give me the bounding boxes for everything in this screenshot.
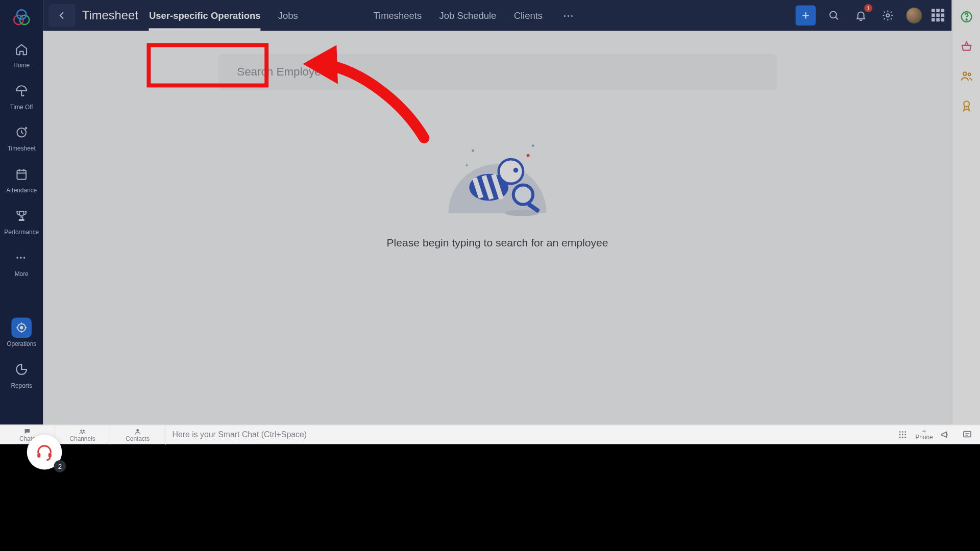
svg-point-10 xyxy=(966,19,967,20)
svg-point-35 xyxy=(904,434,906,435)
award-icon xyxy=(960,99,973,112)
svg-point-39 xyxy=(923,431,925,432)
svg-point-8 xyxy=(886,14,889,17)
contacts-icon xyxy=(133,428,142,435)
dialpad-button[interactable] xyxy=(897,429,909,441)
rail-label: Performance xyxy=(4,229,39,235)
add-button[interactable] xyxy=(796,6,816,26)
rail-label: Reports xyxy=(11,382,32,389)
chat-tab-label: Contacts xyxy=(126,435,150,442)
svg-point-13 xyxy=(963,101,969,107)
apps-launcher-button[interactable] xyxy=(932,9,945,22)
back-button[interactable] xyxy=(48,4,76,27)
badge-button[interactable] xyxy=(959,98,973,113)
svg-point-14 xyxy=(505,210,539,216)
svg-point-25 xyxy=(526,154,529,157)
rail-label: Time Off xyxy=(10,104,33,110)
tab-timesheets[interactable]: Timesheets xyxy=(373,0,422,31)
tab-jobs[interactable]: Jobs xyxy=(278,0,298,31)
message-square-icon xyxy=(962,429,972,440)
tab-job-schedule[interactable]: Job Schedule xyxy=(439,0,496,31)
people-icon xyxy=(960,69,973,83)
svg-point-12 xyxy=(968,73,970,76)
settings-button[interactable] xyxy=(879,7,896,24)
svg-point-30 xyxy=(899,431,901,433)
rail-item-reports[interactable]: Reports xyxy=(0,354,43,396)
announce-button[interactable] xyxy=(940,429,952,441)
svg-point-6 xyxy=(20,327,22,329)
headset-icon xyxy=(35,443,54,462)
floating-help-count-badge: 2 xyxy=(54,460,66,472)
operations-icon xyxy=(15,321,28,334)
tab-label: Clients xyxy=(514,10,543,21)
svg-rect-42 xyxy=(48,453,52,458)
svg-rect-41 xyxy=(37,453,40,458)
home-icon xyxy=(15,42,28,56)
svg-point-19 xyxy=(499,159,523,184)
inbox-button[interactable] xyxy=(961,429,973,441)
chat-icon xyxy=(23,428,32,435)
chat-tab-contacts[interactable]: Contacts xyxy=(110,425,165,444)
people-button[interactable] xyxy=(959,69,973,84)
svg-point-27 xyxy=(80,430,82,432)
empty-state-illustration xyxy=(430,120,565,221)
clock-plus-icon xyxy=(15,126,28,139)
chat-tab-label: Channels xyxy=(69,435,95,442)
bell-icon xyxy=(855,9,867,21)
rail-item-timeoff[interactable]: Time Off xyxy=(0,76,43,117)
svg-point-33 xyxy=(899,434,901,435)
right-utility-panel xyxy=(952,0,980,424)
umbrella-icon xyxy=(15,84,28,97)
svg-point-37 xyxy=(902,437,903,438)
employee-search-input[interactable] xyxy=(237,65,758,79)
top-tabs: User-specific Operations Jobs Timesheets… xyxy=(149,0,576,31)
help-circle-icon xyxy=(960,10,973,23)
rail-item-timesheet[interactable]: Timesheet xyxy=(0,117,43,159)
search-button[interactable] xyxy=(825,7,843,24)
top-right-actions: 1 xyxy=(796,6,952,26)
svg-point-34 xyxy=(902,434,903,435)
user-avatar[interactable] xyxy=(906,8,922,24)
svg-point-23 xyxy=(472,149,474,152)
rail-label: Timesheet xyxy=(8,145,36,152)
main-content: Please begin typing to search for an emp… xyxy=(43,31,951,424)
svg-point-29 xyxy=(136,429,139,431)
help-button[interactable] xyxy=(959,9,973,24)
rail-item-operations[interactable]: Operations xyxy=(0,312,43,354)
tab-label: User-specific Operations xyxy=(149,10,261,21)
notifications-button[interactable]: 1 xyxy=(852,7,869,24)
pie-chart-icon xyxy=(15,363,28,376)
rail-label: Operations xyxy=(7,340,36,347)
phone-label: Phone xyxy=(915,434,933,441)
rail-item-home[interactable]: Home xyxy=(0,34,43,76)
basket-button[interactable] xyxy=(959,39,973,54)
rail-label: Attendance xyxy=(6,187,37,194)
chat-bar-right: Phone xyxy=(897,429,980,441)
basket-icon xyxy=(960,40,973,53)
svg-point-21 xyxy=(513,185,533,204)
calendar-icon xyxy=(15,167,28,181)
empty-state-hint: Please begin typing to search for an emp… xyxy=(43,237,951,249)
smart-chat-placeholder[interactable]: Here is your Smart Chat (Ctrl+Space) xyxy=(165,430,896,439)
dialpad-icon xyxy=(897,429,908,440)
chat-bar: Chats Channels Contacts Here is your Sma… xyxy=(0,424,980,444)
gear-small-icon xyxy=(920,429,928,434)
left-nav-rail: Home Time Off Timesheet Attendance Perfo… xyxy=(0,0,43,424)
phone-button[interactable]: Phone xyxy=(918,429,930,441)
tabs-overflow-button[interactable]: ⋯ xyxy=(560,0,576,31)
chat-tab-channels[interactable]: Channels xyxy=(55,425,110,444)
employee-search-wrap xyxy=(218,54,777,90)
top-bar: Timesheet User-specific Operations Jobs … xyxy=(43,0,951,31)
search-icon xyxy=(828,9,840,21)
rail-item-attendance[interactable]: Attendance xyxy=(0,159,43,201)
arrow-left-icon xyxy=(57,10,67,21)
svg-point-20 xyxy=(513,168,519,173)
tab-user-specific-operations[interactable]: User-specific Operations xyxy=(149,0,261,31)
megaphone-icon xyxy=(940,429,951,440)
svg-point-38 xyxy=(904,437,906,438)
svg-point-26 xyxy=(466,164,468,166)
rail-item-performance[interactable]: Performance xyxy=(0,201,43,242)
tab-clients[interactable]: Clients xyxy=(514,0,543,31)
rail-item-more[interactable]: ••• More xyxy=(0,242,43,284)
trophy-icon xyxy=(15,209,28,222)
